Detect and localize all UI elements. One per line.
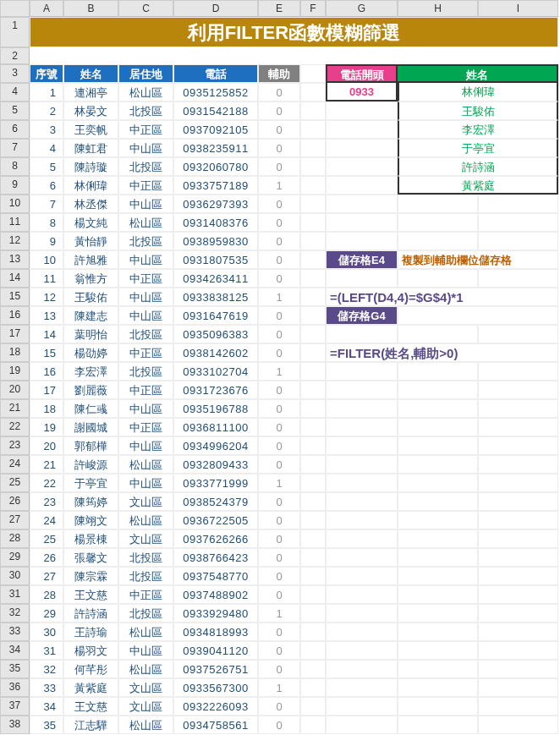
- cell-area[interactable]: 中山區: [118, 436, 173, 455]
- cell-name[interactable]: 謝國城: [63, 418, 118, 436]
- cell-name[interactable]: 楊羽文: [63, 641, 118, 660]
- row-header-23[interactable]: 23: [0, 436, 30, 455]
- cell-serial[interactable]: 18: [30, 399, 63, 418]
- cell-aux[interactable]: 0: [258, 567, 300, 585]
- cell-area[interactable]: 北投區: [118, 604, 173, 623]
- cell-serial[interactable]: 24: [30, 511, 63, 529]
- cell-aux[interactable]: 1: [258, 288, 300, 306]
- cell-phone[interactable]: 0933567300: [173, 678, 258, 697]
- cell-area[interactable]: 松山區: [118, 455, 173, 474]
- cell-aux[interactable]: 0: [258, 585, 300, 604]
- cell-serial[interactable]: 13: [30, 306, 63, 325]
- cell-area[interactable]: 中山區: [118, 250, 173, 269]
- cell-aux[interactable]: 0: [258, 269, 300, 288]
- cell-area[interactable]: 中山區: [118, 306, 173, 325]
- cell-serial[interactable]: 26: [30, 548, 63, 567]
- cell-phone[interactable]: 0938235911: [173, 139, 258, 157]
- cell-phone[interactable]: 0932060780: [173, 157, 258, 176]
- cell-aux[interactable]: 0: [258, 641, 300, 660]
- cell-name[interactable]: 陳仁彧: [63, 399, 118, 418]
- cell-area[interactable]: 文山區: [118, 697, 173, 716]
- cell-name[interactable]: 林晏文: [63, 101, 118, 120]
- row-header-33[interactable]: 33: [0, 623, 30, 641]
- cell-phone[interactable]: 0933929480: [173, 604, 258, 623]
- cell-aux[interactable]: 0: [258, 455, 300, 474]
- cell-aux[interactable]: 0: [258, 697, 300, 716]
- row-header-34[interactable]: 34: [0, 641, 30, 660]
- row-header-1[interactable]: 1: [0, 17, 30, 47]
- cell-area[interactable]: 中山區: [118, 641, 173, 660]
- cell-area[interactable]: 文山區: [118, 529, 173, 548]
- cell-area[interactable]: 北投區: [118, 157, 173, 176]
- cell-area[interactable]: 北投區: [118, 548, 173, 567]
- row-header-10[interactable]: 10: [0, 195, 30, 213]
- cell-aux[interactable]: 0: [258, 548, 300, 567]
- row-header-32[interactable]: 32: [0, 604, 30, 623]
- cell-phone[interactable]: 0937092105: [173, 120, 258, 139]
- cell-area[interactable]: 松山區: [118, 716, 173, 734]
- cell-name[interactable]: 黃紫庭: [63, 678, 118, 697]
- row-header-22[interactable]: 22: [0, 418, 30, 436]
- row-header-35[interactable]: 35: [0, 660, 30, 678]
- row-header-3[interactable]: 3: [0, 64, 30, 83]
- row-header-36[interactable]: 36: [0, 678, 30, 697]
- cell-phone[interactable]: 0933771999: [173, 474, 258, 492]
- cell-name[interactable]: 張馨文: [63, 548, 118, 567]
- cell-area[interactable]: 中山區: [118, 139, 173, 157]
- cell-phone[interactable]: 0937488902: [173, 585, 258, 604]
- cell-name[interactable]: 陳翊文: [63, 511, 118, 529]
- cell-serial[interactable]: 29: [30, 604, 63, 623]
- cell-phone[interactable]: 0937626266: [173, 529, 258, 548]
- cell-serial[interactable]: 7: [30, 195, 63, 213]
- col-header-F[interactable]: F: [300, 0, 326, 17]
- cell-phone[interactable]: 0931723676: [173, 381, 258, 399]
- col-header-G[interactable]: G: [326, 0, 398, 17]
- cell-aux[interactable]: 0: [258, 250, 300, 269]
- cell-aux[interactable]: 1: [258, 678, 300, 697]
- cell-serial[interactable]: 25: [30, 529, 63, 548]
- col-header-E[interactable]: E: [258, 0, 300, 17]
- cell-serial[interactable]: 32: [30, 660, 63, 678]
- row-header-38[interactable]: 38: [0, 716, 30, 734]
- cell-phone[interactable]: 0932809433: [173, 455, 258, 474]
- cell-serial[interactable]: 17: [30, 381, 63, 399]
- cell-aux[interactable]: 0: [258, 399, 300, 418]
- filter-key[interactable]: 0933: [326, 83, 398, 101]
- cell-serial[interactable]: 27: [30, 567, 63, 585]
- cell-aux[interactable]: 0: [258, 418, 300, 436]
- cell-aux[interactable]: 0: [258, 660, 300, 678]
- cell-aux[interactable]: 0: [258, 306, 300, 325]
- row-header-24[interactable]: 24: [0, 455, 30, 474]
- cell-name[interactable]: 陳詩璇: [63, 157, 118, 176]
- cell-name[interactable]: 黃怡靜: [63, 232, 118, 250]
- cell-area[interactable]: 松山區: [118, 511, 173, 529]
- cell-aux[interactable]: 1: [258, 474, 300, 492]
- cell-aux[interactable]: 0: [258, 381, 300, 399]
- cell-aux[interactable]: 0: [258, 83, 300, 101]
- cell-serial[interactable]: 10: [30, 250, 63, 269]
- row-header-19[interactable]: 19: [0, 362, 30, 381]
- cell-name[interactable]: 王駿佑: [63, 288, 118, 306]
- cell-phone[interactable]: 0931647619: [173, 306, 258, 325]
- cell-phone[interactable]: 0937526751: [173, 660, 258, 678]
- cell-phone[interactable]: 0936811100: [173, 418, 258, 436]
- cell-area[interactable]: 北投區: [118, 567, 173, 585]
- cell-name[interactable]: 王奕帆: [63, 120, 118, 139]
- cell-serial[interactable]: 31: [30, 641, 63, 660]
- cell-aux[interactable]: 0: [258, 529, 300, 548]
- row-header-20[interactable]: 20: [0, 381, 30, 399]
- cell-area[interactable]: 北投區: [118, 362, 173, 381]
- cell-serial[interactable]: 2: [30, 101, 63, 120]
- row-header-6[interactable]: 6: [0, 120, 30, 139]
- cell-name[interactable]: 楊景棟: [63, 529, 118, 548]
- cell-phone[interactable]: 0932226093: [173, 697, 258, 716]
- cell-area[interactable]: 中山區: [118, 288, 173, 306]
- cell-name[interactable]: 李宏澤: [63, 362, 118, 381]
- cell-serial[interactable]: 1: [30, 83, 63, 101]
- cell-serial[interactable]: 6: [30, 176, 63, 195]
- cell-area[interactable]: 中正區: [118, 343, 173, 362]
- cell-phone[interactable]: 0934818993: [173, 623, 258, 641]
- col-header-B[interactable]: B: [63, 0, 118, 17]
- cell-phone[interactable]: 0935096383: [173, 325, 258, 343]
- row-header-11[interactable]: 11: [0, 213, 30, 232]
